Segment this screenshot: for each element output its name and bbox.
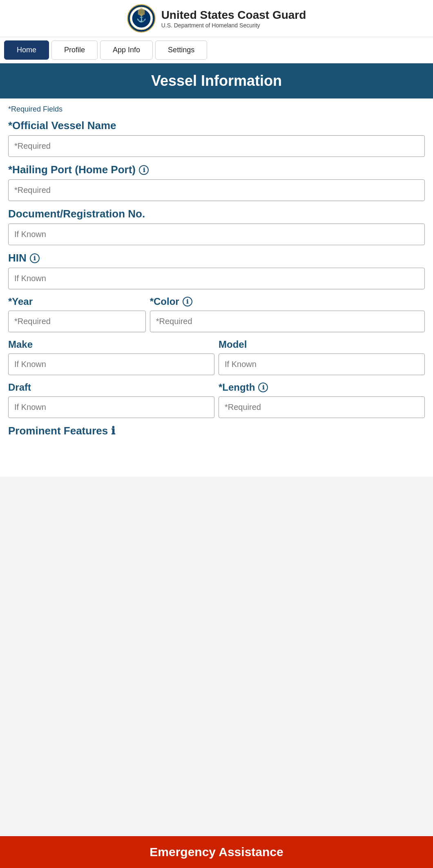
hin-info-icon[interactable]: ℹ [30,253,40,263]
uscg-emblem-icon: ⚓ [127,4,156,33]
hin-label: HIN ℹ [8,252,425,264]
length-label: *Length ℹ [219,382,425,393]
make-input[interactable] [8,353,214,375]
vessel-form: *Required Fields *Official Vessel Name *… [0,98,433,477]
prominent-features-label: Prominent Features ℹ [8,425,425,437]
hin-input[interactable] [8,268,425,289]
draft-label: Draft [8,382,214,393]
section-title: Vessel Information [0,63,433,98]
color-field: *Color ℹ [150,292,425,335]
vessel-name-input[interactable] [8,135,425,157]
document-reg-input[interactable] [8,224,425,245]
make-field: Make [8,335,214,378]
logo-text: United States Coast Guard U.S. Departmen… [161,8,306,29]
make-model-row: Make Model [8,335,425,378]
hailing-port-label: *Hailing Port (Home Port) ℹ [8,163,425,176]
draft-length-row: Draft *Length ℹ [8,378,425,421]
emergency-assistance-button[interactable]: Emergency Assistance [0,836,433,868]
vessel-name-label: *Official Vessel Name [8,119,425,132]
color-input[interactable] [150,311,425,332]
color-info-icon[interactable]: ℹ [183,297,192,306]
main-nav: Home Profile App Info Settings [0,37,433,63]
required-note: *Required Fields [8,105,425,114]
hailing-port-info-icon[interactable]: ℹ [139,165,149,175]
year-input[interactable] [8,311,146,332]
length-input[interactable] [219,396,425,418]
length-info-icon[interactable]: ℹ [258,383,268,392]
model-field: Model [219,335,425,378]
make-label: Make [8,339,214,350]
year-field: *Year [8,292,146,335]
prominent-features-info-icon[interactable]: ℹ [111,425,115,437]
model-input[interactable] [219,353,425,375]
hailing-port-input[interactable] [8,179,425,201]
length-field: *Length ℹ [219,378,425,421]
org-title: United States Coast Guard [161,8,306,22]
document-reg-label: Document/Registration No. [8,208,425,220]
draft-input[interactable] [8,396,214,418]
logo-container: ⚓ United States Coast Guard U.S. Departm… [127,4,306,33]
model-label: Model [219,339,425,350]
year-label: *Year [8,296,146,307]
nav-app-info[interactable]: App Info [100,40,153,60]
draft-field: Draft [8,378,214,421]
app-header: ⚓ United States Coast Guard U.S. Departm… [0,0,433,37]
color-label: *Color ℹ [150,296,425,307]
org-subtitle: U.S. Department of Homeland Security [161,22,260,29]
nav-home[interactable]: Home [4,40,49,60]
year-color-row: *Year *Color ℹ [8,292,425,335]
nav-profile[interactable]: Profile [51,40,98,60]
nav-settings[interactable]: Settings [155,40,207,60]
prominent-features-section: Prominent Features ℹ [8,425,425,470]
